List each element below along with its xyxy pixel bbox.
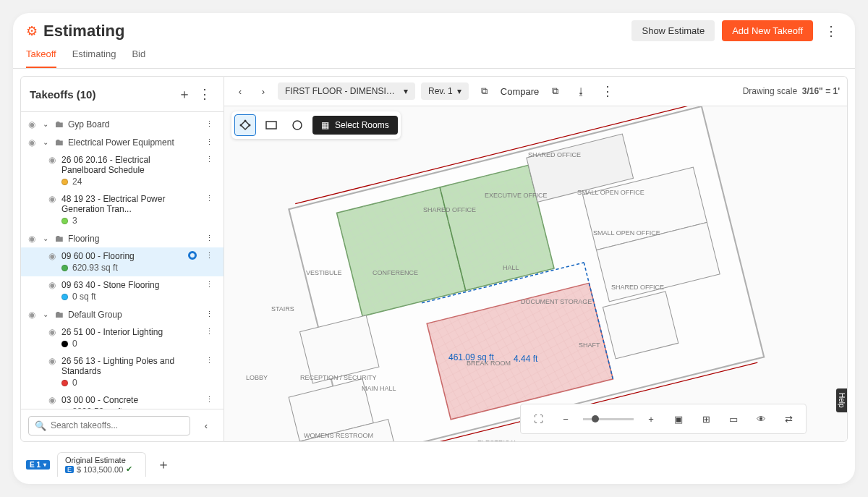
room-label: SHAFT — [579, 341, 600, 349]
visibility-icon[interactable]: ◉ — [47, 395, 57, 405]
footer: E 1▾ Original Estimate E$ 103,500.00 ✔ ＋ — [13, 449, 855, 484]
download-icon[interactable]: ⭳ — [571, 81, 591, 101]
takeoff-item[interactable]: ◉ 09 63 40 - Stone Flooring 0 sq ft ⋮ — [21, 276, 224, 305]
takeoff-item[interactable]: ◉ 26 51 00 - Interior Lighting 0 ⋮ — [21, 323, 224, 352]
next-sheet-button[interactable]: › — [255, 82, 272, 100]
tab-bid[interactable]: Bid — [132, 48, 145, 68]
frame-icon[interactable]: ▭ — [723, 409, 744, 429]
radio-selected-icon[interactable] — [188, 251, 197, 260]
item-more-icon[interactable]: ⋮ — [201, 395, 218, 404]
grid-icon[interactable]: ⊞ — [696, 409, 716, 429]
color-swatch — [61, 218, 68, 224]
room-label: CONFERENCE — [373, 269, 418, 277]
tab-takeoff[interactable]: Takeoff — [26, 48, 56, 68]
collapse-sidebar-button[interactable]: ‹ — [196, 415, 216, 436]
room-label: SHARED OFFICE — [423, 206, 476, 214]
estimate-tab[interactable]: Original Estimate E$ 103,500.00 ✔ — [57, 452, 146, 477]
takeoff-item[interactable]: ◉ 26 56 13 - Lighting Poles and Standard… — [21, 352, 224, 391]
visibility-icon[interactable]: ◉ — [47, 280, 57, 290]
visibility-icon[interactable]: ◉ — [27, 234, 37, 244]
add-takeoff-button[interactable]: ＋ — [174, 84, 195, 104]
sheet-selector[interactable]: FIRST FLOOR - DIMENSION PLAN - ... ▾ — [278, 82, 415, 100]
room-label: SHARED OFFICE — [611, 284, 664, 292]
eye-icon[interactable]: 👁 — [751, 409, 771, 429]
item-more-icon[interactable]: ⋮ — [201, 327, 218, 336]
swap-icon[interactable]: ⇄ — [778, 409, 799, 429]
scale-value: 3/16" = 1' — [802, 86, 840, 96]
add-new-takeoff-button[interactable]: Add New Takeoff — [722, 20, 813, 41]
add-estimate-button[interactable]: ＋ — [153, 454, 174, 475]
select-rooms-button[interactable]: ▦ Select Rooms — [312, 116, 398, 135]
room-label: HALL — [503, 264, 519, 272]
visibility-icon[interactable]: ◉ — [47, 194, 57, 204]
item-more-icon[interactable]: ⋮ — [201, 251, 218, 260]
chevron-down-icon[interactable]: ⌄ — [41, 310, 50, 318]
main-tabs: Takeoff Estimating Bid — [13, 41, 855, 69]
floorplan-canvas[interactable]: 461.09 sq ft 4.44 ft SHARED OFFICE EXECU… — [224, 106, 847, 441]
gear-icon: ⚙ — [26, 23, 38, 39]
zoom-out-icon[interactable]: − — [556, 409, 576, 429]
polygon-tool-button[interactable] — [234, 114, 256, 136]
sidebar-title: Takeoffs (10) — [30, 88, 174, 101]
svg-point-4 — [293, 121, 302, 129]
color-swatch — [61, 294, 68, 300]
takeoff-item[interactable]: ◉ 48 19 23 - Electrical Power Generation… — [21, 190, 224, 229]
group-gyp-board[interactable]: ◉ ⌄ 🖿 Gyp Board ⋮ — [21, 115, 224, 133]
chevron-down-icon[interactable]: ⌄ — [41, 120, 50, 128]
visibility-icon[interactable]: ◉ — [27, 310, 37, 320]
show-estimate-button[interactable]: Show Estimate — [631, 20, 715, 41]
room-label: SMALL OPEN OFFICE — [593, 229, 660, 237]
room-label: LOBBY — [246, 374, 268, 382]
chevron-down-icon: ▾ — [457, 86, 461, 96]
visibility-icon[interactable]: ◉ — [47, 155, 57, 165]
search-takeoffs-input[interactable]: 🔍 — [28, 416, 190, 436]
group-more-icon[interactable]: ⋮ — [201, 137, 218, 147]
revision-selector[interactable]: Rev. 1 ▾ — [421, 82, 469, 100]
item-more-icon[interactable]: ⋮ — [201, 194, 218, 203]
estimate-badge[interactable]: E 1▾ — [26, 460, 50, 470]
check-icon: ✔ — [126, 464, 132, 474]
group-default[interactable]: ◉ ⌄ 🖿 Default Group ⋮ — [21, 305, 224, 323]
takeoff-item[interactable]: ◉ 26 06 20.16 - Electrical Panelboard Sc… — [21, 151, 224, 190]
color-swatch — [61, 265, 68, 271]
crop-icon[interactable]: ▣ — [668, 409, 689, 429]
group-flooring[interactable]: ◉ ⌄ 🖿 Flooring ⋮ — [21, 229, 224, 247]
scale-label: Drawing scale — [743, 86, 797, 96]
item-more-icon[interactable]: ⋮ — [201, 155, 218, 164]
rectangle-tool-button[interactable] — [260, 114, 282, 136]
visibility-icon[interactable]: ◉ — [27, 119, 37, 129]
zoom-in-icon[interactable]: + — [641, 409, 661, 429]
folder-icon: 🖿 — [54, 309, 64, 320]
visibility-icon[interactable]: ◉ — [47, 251, 57, 261]
help-tab[interactable]: Help — [836, 388, 847, 412]
visibility-icon[interactable]: ◉ — [47, 356, 57, 366]
takeoff-item[interactable]: ◉ 03 00 00 - Concrete 8800.53 sq ft ⋮ — [21, 391, 224, 409]
chevron-down-icon[interactable]: ⌄ — [41, 138, 50, 146]
compare-label[interactable]: Compare — [501, 86, 539, 97]
group-electrical[interactable]: ◉ ⌄ 🖿 Electrical Power Equipment ⋮ — [21, 133, 224, 151]
takeoff-tree: ◉ ⌄ 🖿 Gyp Board ⋮ ◉ ⌄ 🖿 Electrical Power… — [21, 112, 224, 409]
header-more-icon[interactable]: ⋮ — [820, 23, 842, 39]
room-label: ELECTRICAL — [477, 439, 518, 441]
item-more-icon[interactable]: ⋮ — [201, 280, 218, 289]
zoom-slider[interactable] — [583, 418, 634, 420]
visibility-icon[interactable]: ◉ — [27, 137, 37, 148]
sidebar-more-icon[interactable]: ⋮ — [195, 84, 215, 104]
color-swatch — [61, 179, 68, 185]
takeoff-item-selected[interactable]: ◉ 09 60 00 - Flooring 620.93 sq ft ⋮ — [21, 247, 224, 276]
open-external-icon[interactable]: ⧉ — [545, 81, 565, 101]
visibility-icon[interactable]: ◉ — [47, 327, 57, 337]
search-icon: 🔍 — [35, 420, 46, 431]
canvas-more-icon[interactable]: ⋮ — [597, 83, 618, 99]
prev-sheet-button[interactable]: ‹ — [231, 82, 249, 100]
fit-screen-icon[interactable]: ⛶ — [528, 409, 548, 429]
chevron-down-icon[interactable]: ⌄ — [41, 234, 50, 242]
group-more-icon[interactable]: ⋮ — [201, 310, 218, 319]
compare-icon[interactable]: ⧉ — [475, 81, 495, 101]
rooms-icon: ▦ — [321, 120, 329, 130]
item-more-icon[interactable]: ⋮ — [201, 356, 218, 365]
tab-estimating[interactable]: Estimating — [72, 48, 116, 68]
group-more-icon[interactable]: ⋮ — [201, 234, 218, 243]
group-more-icon[interactable]: ⋮ — [201, 119, 218, 129]
circle-tool-button[interactable] — [286, 114, 308, 136]
